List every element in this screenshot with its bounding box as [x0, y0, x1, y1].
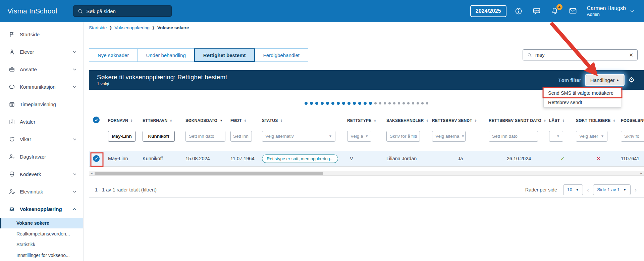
tab-rettighet-bestemt[interactable]: Rettighet bestemt: [194, 48, 255, 62]
filter-status-select[interactable]: Velg alternativ▼: [262, 131, 335, 142]
tab-nye-soknader[interactable]: Nye søknader: [89, 48, 138, 62]
sort-icon[interactable]: ▲▼: [475, 119, 477, 123]
column-header-fodselsnummer[interactable]: FØDSELSNUMMER▲▼: [621, 117, 644, 125]
carousel-dot[interactable]: [426, 102, 428, 104]
sidebar-item-elevinntak[interactable]: Elevinntak: [0, 183, 83, 200]
scroll-right-icon[interactable]: ►: [639, 171, 643, 175]
carousel-dot[interactable]: [369, 102, 372, 105]
sort-icon[interactable]: ▲▼: [374, 119, 376, 123]
filter-rettsbrev-dato-input[interactable]: [489, 131, 538, 142]
clear-filter-button[interactable]: Tøm filter: [558, 77, 581, 83]
sidebar-item-dagsfravaer[interactable]: Dagsfravær: [0, 148, 83, 165]
tab-under-behandling[interactable]: Under behandling: [137, 48, 194, 62]
messages-button[interactable]: [569, 7, 577, 15]
sort-icon[interactable]: ▲▼: [562, 119, 565, 123]
sort-icon[interactable]: ▲▼: [244, 119, 246, 123]
carousel-dot[interactable]: [407, 102, 410, 104]
notifications-button[interactable]: 4: [551, 7, 559, 15]
filter-rettstype-select[interactable]: Velg a▼: [347, 131, 371, 142]
carousel-dot[interactable]: [342, 102, 345, 105]
chevron-down-icon[interactable]: [629, 8, 635, 14]
filter-last-select[interactable]: ▼: [549, 131, 563, 142]
scroll-left-icon[interactable]: ◄: [90, 171, 94, 175]
column-header-status[interactable]: STATUS▲▼: [262, 117, 347, 125]
sort-icon[interactable]: ▲▼: [426, 119, 428, 123]
carousel-dot[interactable]: [384, 102, 386, 104]
global-search-input[interactable]: [86, 8, 160, 14]
carousel-dot[interactable]: [315, 102, 318, 105]
carousel-dot[interactable]: [421, 102, 424, 104]
row-checkbox[interactable]: [93, 155, 100, 162]
breadcrumb-voksenopplaering[interactable]: Voksenopplæring: [115, 25, 150, 30]
school-year-selector[interactable]: 2024/2025: [470, 5, 506, 17]
carousel-dot[interactable]: [305, 102, 308, 105]
info-button[interactable]: [515, 7, 523, 15]
carousel-dot[interactable]: [412, 102, 414, 104]
sort-icon[interactable]: ▲▼: [170, 119, 172, 123]
column-header-rettsbrev-sendt-dato[interactable]: RETTSBREV SENDT DATO▲▼: [489, 117, 549, 125]
carousel-dot[interactable]: [337, 102, 340, 105]
app-logo[interactable]: Visma InSchool: [7, 7, 57, 15]
filter-saksbehandler-input[interactable]: [386, 131, 420, 142]
scrollbar-thumb[interactable]: [95, 172, 323, 175]
carousel-dot[interactable]: [374, 102, 377, 104]
carousel-dot[interactable]: [402, 102, 405, 104]
breadcrumb-startside[interactable]: Startside: [89, 25, 107, 30]
column-header-rettsbrev-sendt[interactable]: RETTSBREV SENDT▲▼: [432, 117, 489, 125]
sidebar-item-ansatte[interactable]: Ansatte: [0, 60, 83, 78]
carousel-dot[interactable]: [326, 102, 329, 105]
carousel-dot[interactable]: [321, 102, 324, 105]
sidebar-item-startside[interactable]: Startside: [0, 26, 83, 43]
table-row[interactable]: May-Linn Kunnikoff 15.08.2024 11.07.1964…: [89, 151, 644, 167]
sidebar-item-avtaler[interactable]: Avtaler: [0, 113, 83, 130]
page-select[interactable]: Side 1 av 1▼: [593, 184, 630, 195]
global-search[interactable]: [73, 5, 172, 17]
gear-icon[interactable]: ⚙: [628, 76, 635, 84]
carousel-dot[interactable]: [364, 102, 367, 105]
column-header-sokt-tidligere[interactable]: SØKT TIDLIGERE▲▼: [576, 117, 621, 125]
select-all-checkbox[interactable]: [93, 117, 100, 123]
rows-per-page-select[interactable]: 10▼: [563, 184, 583, 195]
carousel-dot[interactable]: [358, 102, 361, 105]
sidebar-subitem-voksne-sokere[interactable]: Voksne søkere: [0, 218, 83, 228]
carousel-dot[interactable]: [331, 102, 334, 105]
sort-icon[interactable]: ▲▼: [130, 119, 133, 123]
sidebar-item-kodeverk[interactable]: Kodeverk: [0, 165, 83, 183]
table-search-input[interactable]: [535, 52, 626, 58]
menu-item-rettsbrev-sendt[interactable]: Rettsbrev sendt: [544, 98, 621, 107]
filter-etternavn-input[interactable]: [143, 131, 175, 142]
next-page-icon[interactable]: ›: [635, 186, 637, 193]
sidebar-item-elever[interactable]: Elever: [0, 43, 83, 60]
column-header-fodt[interactable]: FØDT▲▼: [230, 117, 262, 125]
carousel-dot[interactable]: [353, 102, 356, 105]
user-menu[interactable]: Carmen Haugsb Admin: [587, 5, 626, 17]
filter-fodselsnummer-input[interactable]: [621, 131, 644, 142]
filter-fodt-input[interactable]: [230, 131, 252, 142]
tab-ferdigbehandlet[interactable]: Ferdigbehandlet: [255, 48, 308, 62]
clear-search-icon[interactable]: ✕: [629, 52, 633, 58]
filter-fornavn-input[interactable]: [108, 131, 136, 142]
column-header-last[interactable]: LÅST▲▼: [549, 117, 576, 125]
carousel-dot[interactable]: [398, 102, 400, 104]
sms-button[interactable]: SMS: [533, 7, 541, 15]
sidebar-subitem-innstillinger[interactable]: Innstillinger for vokseno...: [0, 250, 83, 261]
horizontal-scrollbar[interactable]: ◄ ►: [89, 171, 644, 176]
column-header-fornavn[interactable]: FORNAVN▲▼: [108, 117, 143, 125]
column-header-etternavn[interactable]: ETTERNAVN▲▼: [143, 117, 185, 125]
column-header-saksbehandler[interactable]: SAKSBEHANDLER▲▼: [386, 117, 432, 125]
carousel-dot[interactable]: [310, 102, 313, 105]
sidebar-item-timeplanvisning[interactable]: Timeplanvisning: [0, 95, 83, 113]
carousel-dot[interactable]: [379, 102, 381, 104]
column-header-soknadsdato[interactable]: SØKNADSDATO▼: [185, 117, 230, 125]
filter-sokt-tidligere-select[interactable]: Velg alter▼: [576, 131, 607, 142]
sort-icon[interactable]: ▲▼: [613, 119, 615, 123]
sidebar-subitem-statistikk[interactable]: Statistikk: [0, 239, 83, 250]
sidebar-item-kommunikasjon[interactable]: Kommunikasjon: [0, 78, 83, 95]
carousel-dot[interactable]: [347, 102, 351, 105]
carousel-dot[interactable]: [393, 102, 395, 104]
sidebar-item-voksenopplaering[interactable]: Voksenopplæring: [0, 200, 83, 218]
previous-page-icon[interactable]: ‹: [587, 186, 589, 193]
sidebar-subitem-realkompetansevurdering[interactable]: Realkompetansevurderi...: [0, 228, 83, 239]
menu-item-send-sms[interactable]: Send SMS til valgte mottakere: [544, 88, 621, 98]
filter-rettsbrev-sendt-select[interactable]: Velg alterna▼: [432, 131, 466, 142]
